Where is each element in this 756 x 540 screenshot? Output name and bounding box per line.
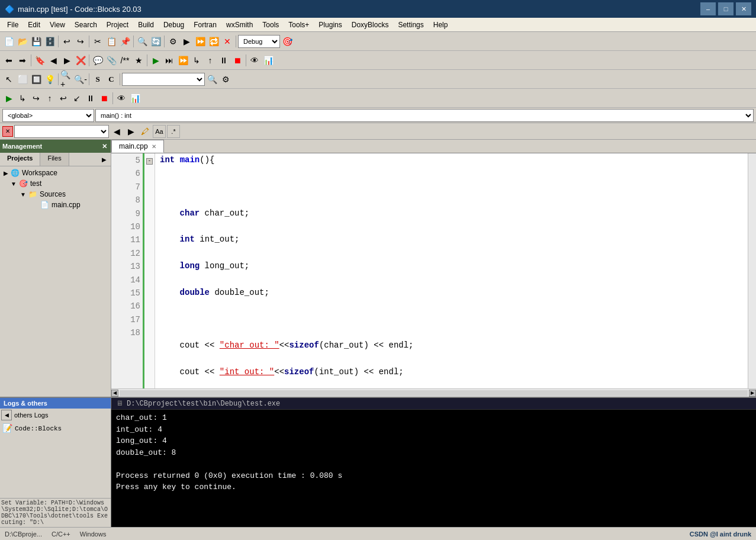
scope-right-combo[interactable]: main() : int [95,109,754,122]
logs-prev-btn[interactable]: ◀ [1,410,12,420]
tree-test[interactable]: ▼ 🎯 test [1,178,110,189]
rect-sel-btn[interactable]: ⬜ [16,73,29,86]
debug2-pause-btn[interactable]: ⏸ [84,92,97,105]
code-completion-btn[interactable]: 🔲 [30,73,43,86]
search-highlight-btn[interactable]: 🖍 [139,125,152,138]
code-style-btn[interactable]: C [105,73,118,86]
menu-edit[interactable]: Edit [23,20,45,30]
sidebar-close-btn[interactable]: ✕ [100,142,108,150]
menu-search[interactable]: Search [70,20,102,30]
new-button[interactable]: 📄 [2,35,15,48]
editor-scrollbar[interactable] [748,153,756,388]
redo-button[interactable]: ↪ [74,35,87,48]
menu-help[interactable]: Help [429,20,453,30]
run-script-btn[interactable]: ★ [132,54,145,67]
watches-btn[interactable]: 👁 [248,54,261,67]
debug-pause-btn[interactable]: ⏸ [217,54,230,67]
save-button[interactable]: 💾 [30,35,43,48]
toggle-comment-btn[interactable]: 💬 [91,54,104,67]
debug-step-btn[interactable]: ↳ [190,54,203,67]
build-run-button[interactable]: ⏩ [194,35,207,48]
menu-settings[interactable]: Settings [393,20,428,30]
symbol-combo[interactable] [122,73,205,86]
menu-fortran[interactable]: Fortran [189,20,221,30]
syntax-highlight-btn[interactable]: S [91,73,104,86]
bookmark-btn[interactable]: 🔖 [33,54,46,67]
select-mode-btn[interactable]: ↖ [2,73,15,86]
editor-tab-maincpp[interactable]: main.cpp ✕ [111,140,164,153]
tree-workspace[interactable]: ▶ 🌐 Workspace [1,168,110,178]
fold-line-5[interactable]: - [144,155,155,168]
open-button[interactable]: 📂 [16,35,29,48]
debug-cont-btn[interactable]: ⏭ [163,54,176,67]
menu-view[interactable]: View [45,20,70,30]
menu-plugins[interactable]: Plugins [314,20,346,30]
run-button[interactable]: ▶ [180,35,193,48]
menu-file[interactable]: File [2,20,23,30]
tree-maincpp[interactable]: 📄 main.cpp [1,200,110,210]
find-button[interactable]: 🔍 [136,35,149,48]
call-tip-btn[interactable]: 💡 [43,73,56,86]
debug2-stop-btn[interactable]: ⏹ [98,92,111,105]
debug2-a-btn[interactable]: ↩ [57,92,70,105]
debug2-b-btn[interactable]: ↙ [70,92,83,105]
code-editor[interactable]: 5 6 7 8 9 10 11 12 13 14 15 16 17 18 [111,153,756,388]
target-button[interactable]: 🎯 [281,35,294,48]
find-symbol-btn[interactable]: 🔍 [205,73,218,86]
hscroll-track[interactable] [120,390,748,396]
debug-next-btn[interactable]: ⏩ [176,54,189,67]
search-history-combo[interactable] [14,125,109,138]
sidebar-tab-next[interactable]: ▶ [98,153,111,166]
search-clear-btn[interactable]: ✕ [2,126,13,137]
search-regex-btn[interactable]: .* [167,125,180,138]
search-prev-btn[interactable]: ◀ [110,125,123,138]
rebuild-button[interactable]: 🔁 [207,35,220,48]
next-bookmark-btn[interactable]: ▶ [60,54,73,67]
scope-left-combo[interactable]: <global> [2,109,94,122]
logs-item-codeblocks[interactable]: 📝 Code::Blocks [1,423,110,434]
debug2-next-btn[interactable]: ↪ [30,92,43,105]
next-jump-btn[interactable]: ➡ [16,54,29,67]
zoom-out-btn[interactable]: 🔍- [74,73,87,86]
debug2-step-btn[interactable]: ↳ [16,92,29,105]
debug2-callstack-btn[interactable]: 📊 [128,92,141,105]
debug-stop-btn[interactable]: ⏹ [231,54,244,67]
paste-button[interactable]: 📌 [118,35,131,48]
replace-button[interactable]: 🔄 [149,35,162,48]
symbol-settings-btn[interactable]: ⚙ [219,73,232,86]
debug2-ret-btn[interactable]: ↑ [43,92,56,105]
minimize-button[interactable]: – [700,2,716,15]
callstack-btn[interactable]: 📊 [262,54,275,67]
debug-return-btn[interactable]: ↑ [204,54,217,67]
close-button[interactable]: ✕ [736,2,751,15]
undo-button[interactable]: ↩ [60,35,73,48]
menu-build[interactable]: Build [133,20,159,30]
menu-toolsplus[interactable]: Tools+ [284,20,314,30]
save-all-button[interactable]: 🗄️ [43,35,56,48]
debug-run-btn[interactable]: ▶ [149,54,162,67]
editor-hscrollbar[interactable]: ◀ ▶ [111,388,756,397]
menu-wxsmith[interactable]: wxSmith [221,20,258,30]
tab-projects[interactable]: Projects [0,153,40,166]
docblock-btn[interactable]: /** [118,54,131,67]
menu-tools[interactable]: Tools [258,20,284,30]
clear-bookmarks-btn[interactable]: ❌ [74,54,87,67]
cut-button[interactable]: ✂ [91,35,104,48]
hscroll-left[interactable]: ◀ [111,390,118,397]
zoom-in-btn[interactable]: 🔍+ [60,73,73,86]
debug2-run-btn[interactable]: ▶ [2,92,15,105]
terminal-output[interactable]: char_out: 1 int_out: 4 long_out: 4 doubl… [111,410,756,527]
logs-text-area[interactable]: Set Variable: PATH=D:\Windows\System32;D… [0,498,111,527]
search-word-btn[interactable]: Aa [153,125,166,138]
menu-doxyblocks[interactable]: DoxyBlocks [347,20,394,30]
menu-project[interactable]: Project [102,20,133,30]
tab-close-btn[interactable]: ✕ [152,143,156,150]
fold-btn-5[interactable]: - [146,158,153,165]
maximize-button[interactable]: □ [718,2,734,15]
fold-btn-toolbar[interactable]: 📎 [105,54,118,67]
copy-button[interactable]: 📋 [105,35,118,48]
hscroll-right[interactable]: ▶ [749,390,756,397]
debug-config-combo[interactable]: Debug Release [238,35,280,48]
tab-files[interactable]: Files [40,153,69,166]
search-next-btn[interactable]: ▶ [124,125,137,138]
